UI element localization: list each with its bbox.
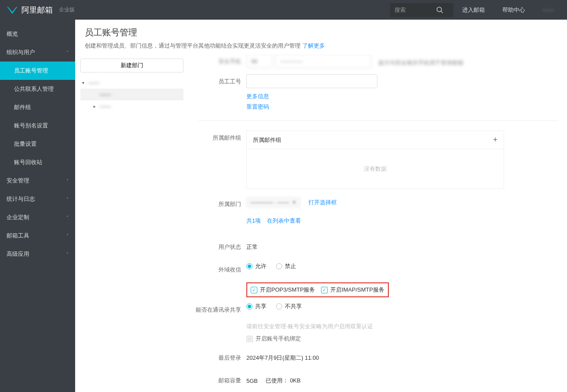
sidebar-item-label: 账号别名设置 [14,122,48,130]
security-phone-row: 安全手机 提示与安全相关手机用于登录邮箱 [190,54,558,69]
reset-password-link[interactable]: 重置密码 [246,103,269,110]
logo-icon [7,5,18,15]
tree-root[interactable]: ▾ —— [80,77,183,89]
sidebar-item-label: 账号回收站 [14,158,42,166]
sidebar-item-0[interactable]: 概览 [0,25,75,43]
sidebar-item-label: 安全管理 [7,177,29,185]
share-addressbook-row: 能否在通讯录共享 共享 不共享 [190,303,558,317]
svg-line-1 [441,11,443,13]
chevron-down-icon: ˅ [66,252,69,257]
help-center-link[interactable]: 帮助中心 [494,0,534,20]
search-box[interactable] [390,3,453,17]
department-row: 所属部门 ———— · —— ✕ 打开选择框 [190,197,558,212]
chevron-down-icon: ˅ [66,197,69,202]
protocol-row: ✓ 开启POP3/SMTP服务 ✓ 开启IMAP/SMTP服务 [190,282,558,297]
sidebar-item-6[interactable]: 批量设置 [0,135,75,153]
search-input[interactable] [394,7,436,13]
sidebar-item-label: 员工账号管理 [14,67,48,75]
chevron-down-icon: ˅ [66,215,69,220]
external-deny-radio[interactable]: 禁止 [276,262,296,270]
chevron-down-icon: ˅ [66,179,69,183]
sidebar-item-label: 企业定制 [7,213,29,221]
employee-no-input[interactable] [246,74,377,88]
external-allow-radio[interactable]: 允许 [246,262,266,270]
sidebar-item-label: 统计与日志 [7,195,35,203]
form-area: 安全手机 提示与安全相关手机用于登录邮箱 员工工号 更多信息 [189,54,567,392]
sidebar-item-label: 邮件组 [14,103,31,111]
tree-node[interactable]: ▸ —— [80,100,183,112]
tree-expand-icon[interactable]: ▸ [93,104,100,109]
sidebar-item-9[interactable]: 统计与日志˅ [0,190,75,208]
capacity-row: 邮箱容量 5GB 已使用： 0KB [190,373,558,388]
search-icon [436,6,444,14]
logo: 阿里邮箱 企业版 [7,5,75,15]
external-mail-row: 外域收信 允许 禁止 [190,262,558,277]
add-mailgroup-button[interactable]: + [493,135,498,144]
capacity-used: 0KB [290,377,301,384]
dept-total-link[interactable]: 共1项 [246,217,261,225]
user-menu[interactable]: —— [534,0,563,20]
share-no-radio[interactable]: 不共享 [276,303,302,310]
pop3-smtp-checkbox[interactable]: ✓ 开启POP3/SMTP服务 [251,286,315,294]
top-bar: 阿里邮箱 企业版 进入邮箱 帮助中心 —— [0,0,567,20]
svg-point-0 [437,7,442,12]
view-in-list-link[interactable]: 在列表中查看 [267,217,301,225]
chevron-down-icon: ˅ [66,234,69,238]
last-login-row: 最后登录 2024年7月9日(星期二) 11:00 [190,351,558,365]
sidebar-item-label: 概览 [7,30,18,38]
sidebar-item-label: 邮箱工具 [7,232,29,240]
more-info-link[interactable]: 更多信息 [246,93,269,100]
remove-tag-icon[interactable]: ✕ [292,199,297,206]
protocol-highlight-box: ✓ 开启POP3/SMTP服务 ✓ 开启IMAP/SMTP服务 [246,282,389,297]
open-selector-link[interactable]: 打开选择框 [308,199,337,206]
imap-smtp-checkbox[interactable]: ✓ 开启IMAP/SMTP服务 [321,286,384,294]
learn-more-link[interactable]: 了解更多 [302,42,325,49]
page-header: 员工账号管理 创建和管理成员、部门信息，通过与管理平台其他功能结合实现更灵活安全… [75,20,567,54]
sidebar-item-11[interactable]: 邮箱工具˅ [0,227,75,245]
mailgroup-row: 所属邮件组 所属邮件组 + 没有数据 [190,131,558,189]
main-content: 员工账号管理 创建和管理成员、部门信息，通过与管理平台其他功能结合实现更灵活安全… [75,20,567,392]
sidebar-item-1[interactable]: 组织与用户˄ [0,43,75,62]
security-phone-input[interactable] [275,54,371,68]
employee-no-row: 员工工号 [190,74,558,89]
twofa-note: 请前往安全管理-账号安全策略为用户启用双重认证 [246,323,373,330]
enter-mailbox-link[interactable]: 进入邮箱 [453,0,494,20]
page-title: 员工账号管理 [85,27,557,38]
last-login-value: 2024年7月9日(星期二) 11:00 [246,351,319,362]
sidebar-item-label: 组织与用户 [7,48,35,56]
logo-subtitle: 企业版 [59,6,75,14]
user-status-row: 用户状态 正常 [190,240,558,254]
sidebar: 概览组织与用户˄员工账号管理公共联系人管理邮件组账号别名设置批量设置账号回收站安… [0,20,75,392]
share-yes-radio[interactable]: 共享 [246,303,266,310]
mailgroup-empty: 没有数据 [247,149,504,189]
sidebar-item-10[interactable]: 企业定制˅ [0,208,75,227]
sidebar-item-8[interactable]: 安全管理˅ [0,172,75,190]
tree-node[interactable]: —— [80,89,183,100]
department-tree-panel: 新建部门 ▾ —— —— ▸ —— [75,54,189,392]
sidebar-item-7[interactable]: 账号回收站 [0,153,75,172]
logo-text: 阿里邮箱 [21,5,53,15]
sidebar-item-4[interactable]: 邮件组 [0,98,75,117]
chevron-up-icon: ˄ [66,50,69,55]
sidebar-item-12[interactable]: 高级应用˅ [0,245,75,263]
security-phone-note: 提示与安全相关手机用于登录邮箱 [378,55,463,67]
sidebar-item-label: 高级应用 [7,250,29,258]
country-code-input[interactable] [246,54,273,68]
divider [198,120,558,121]
capacity-total: 5GB [246,374,258,384]
sidebar-item-5[interactable]: 账号别名设置 [0,117,75,135]
user-status-value: 正常 [246,240,258,251]
department-tag[interactable]: ———— · —— ✕ [246,197,301,208]
new-department-button[interactable]: 新建部门 [80,58,183,72]
sidebar-item-label: 公共联系人管理 [14,85,54,93]
sidebar-item-3[interactable]: 公共联系人管理 [0,80,75,98]
phone-bind-checkbox: ✓ 开启账号手机绑定 [246,335,301,343]
mailgroup-box: 所属邮件组 + 没有数据 [246,131,504,189]
page-description: 创建和管理成员、部门信息，通过与管理平台其他功能结合实现更灵活安全的用户管理 了… [85,42,557,50]
sidebar-item-label: 批量设置 [14,140,37,148]
sidebar-item-2[interactable]: 员工账号管理 [0,62,75,80]
tree-collapse-icon[interactable]: ▾ [82,80,88,85]
